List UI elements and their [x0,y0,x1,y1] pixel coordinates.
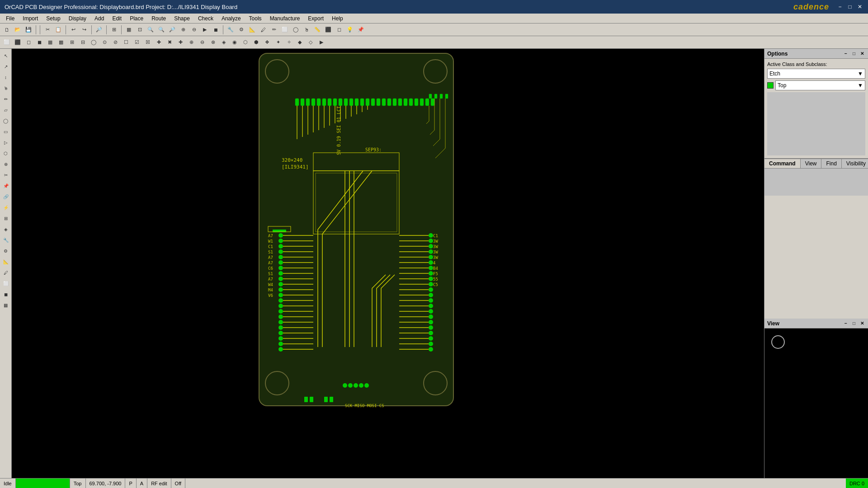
toolbar2-btn-24[interactable]: ❖ [262,38,272,47]
toolbar2-btn-6[interactable]: ⊞ [67,38,77,47]
toolbar1-btn-35[interactable]: ◻ [334,25,344,35]
menu-item-tools[interactable]: Tools [245,14,265,23]
toolbar1-btn-27[interactable]: 📐 [247,25,257,35]
toolbar2-btn-25[interactable]: ✦ [273,38,283,47]
left-toolbar-btn-3[interactable]: 🖱 [1,83,11,93]
left-toolbar-btn-4[interactable]: ✏ [1,94,11,104]
left-toolbar-btn-19[interactable]: 📐 [1,257,11,267]
toolbar1-btn-36[interactable]: 💡 [345,25,355,35]
toolbar2-btn-13[interactable]: ☒ [143,38,153,47]
menu-item-help[interactable]: Help [328,14,347,23]
toolbar2-btn-2[interactable]: ◻ [24,38,33,47]
toolbar1-btn-16[interactable]: ⊡ [135,25,145,35]
toolbar1-btn-32[interactable]: 🖱 [302,25,311,35]
left-toolbar-btn-2[interactable]: ↕ [1,72,11,82]
toolbar2-btn-20[interactable]: ◈ [219,38,229,47]
toolbar2-btn-28[interactable]: ◇ [306,38,316,47]
toolbar1-btn-18[interactable]: 🔍 [156,25,166,35]
left-toolbar-btn-1[interactable]: ↗ [1,61,11,71]
maximize-button[interactable]: □ [846,3,854,10]
toolbar2-btn-17[interactable]: ⊕ [186,38,196,47]
toolbar1-btn-17[interactable]: 🔍 [146,25,156,35]
toolbar2-btn-27[interactable]: ◆ [295,38,305,47]
toolbar2-btn-26[interactable]: ✧ [284,38,294,47]
left-toolbar-btn-22[interactable]: ◼ [1,289,11,299]
menu-item-import[interactable]: Import [19,14,42,23]
options-close-btn[interactable]: ✕ [859,51,865,57]
left-toolbar-btn-21[interactable]: ⬜ [1,278,11,288]
toolbar1-btn-5[interactable]: ✂ [42,25,52,35]
toolbar2-btn-12[interactable]: ☑ [132,38,142,47]
menu-item-check[interactable]: Check [194,14,217,23]
toolbar2-btn-18[interactable]: ⊖ [197,38,207,47]
toolbar1-btn-29[interactable]: ✏ [269,25,279,35]
close-button[interactable]: ✕ [856,3,863,10]
toolbar2-btn-7[interactable]: ⊟ [78,38,88,47]
toolbar1-btn-33[interactable]: 📏 [312,25,322,35]
class-dropdown[interactable]: Etch ▼ [767,69,865,79]
view-maximize-btn[interactable]: □ [851,320,857,327]
toolbar1-btn-15[interactable]: ▦ [124,25,134,35]
menu-item-edit[interactable]: Edit [108,14,125,23]
toolbar2-btn-8[interactable]: ◯ [89,38,99,47]
toolbar2-btn-19[interactable]: ⊗ [208,38,218,47]
tab-find[interactable]: Find [821,159,841,168]
toolbar1-btn-23[interactable]: ⏹ [211,25,221,35]
toolbar2-btn-23[interactable]: ⬢ [251,38,261,47]
view-close-btn[interactable]: ✕ [859,320,865,327]
left-toolbar-btn-18[interactable]: ⚙ [1,246,11,256]
toolbar2-btn-4[interactable]: ▦ [45,38,55,47]
left-toolbar-btn-13[interactable]: 🔗 [1,192,11,202]
tab-view[interactable]: View [801,159,822,168]
toolbar2-btn-15[interactable]: ✖ [165,38,175,47]
toolbar1-btn-9[interactable]: ↪ [79,25,89,35]
toolbar2-btn-22[interactable]: ⬡ [241,38,250,47]
toolbar1-btn-25[interactable]: 🔧 [226,25,236,35]
menu-item-add[interactable]: Add [91,14,108,23]
left-toolbar-btn-7[interactable]: ▭ [1,127,11,136]
toolbar1-btn-28[interactable]: 🖊 [258,25,268,35]
menu-item-file[interactable]: File [2,14,18,23]
options-maximize-btn[interactable]: □ [851,51,857,57]
toolbar2-btn-14[interactable]: ✚ [154,38,164,47]
left-toolbar-btn-8[interactable]: ▷ [1,137,11,147]
left-toolbar-btn-20[interactable]: 🖊 [1,267,11,277]
left-toolbar-btn-6[interactable]: ◯ [1,116,11,126]
left-toolbar-btn-15[interactable]: ⊞ [1,213,11,223]
toolbar1-btn-30[interactable]: ⬜ [280,25,290,35]
toolbar2-btn-10[interactable]: ⊘ [110,38,120,47]
toolbar2-btn-21[interactable]: ◉ [230,38,240,47]
minimize-button[interactable]: − [836,3,844,10]
left-toolbar-btn-10[interactable]: ⊕ [1,159,11,169]
view-minimize-btn[interactable]: − [843,320,849,327]
menu-item-export[interactable]: Export [304,14,327,23]
left-toolbar-btn-12[interactable]: 📌 [1,181,11,191]
menu-item-route[interactable]: Route [148,14,170,23]
menu-item-display[interactable]: Display [65,14,90,23]
toolbar1-btn-11[interactable]: 🔎 [94,25,104,35]
toolbar2-btn-9[interactable]: ⊙ [99,38,109,47]
menu-item-manufacture[interactable]: Manufacture [266,14,304,23]
toolbar2-btn-1[interactable]: ⬛ [13,38,23,47]
toolbar1-btn-2[interactable]: 💾 [24,25,33,35]
left-toolbar-btn-5[interactable]: ▱ [1,105,11,115]
toolbar1-btn-6[interactable]: 📋 [53,25,63,35]
toolbar2-btn-3[interactable]: ◼ [34,38,44,47]
toolbar2-btn-0[interactable]: ⬜ [2,38,12,47]
menu-item-shape[interactable]: Shape [170,14,193,23]
toolbar2-btn-11[interactable]: ☐ [121,38,131,47]
left-toolbar-btn-11[interactable]: ✂ [1,170,11,180]
toolbar2-btn-29[interactable]: ▶ [316,38,326,47]
toolbar1-btn-34[interactable]: ⬛ [323,25,333,35]
left-toolbar-btn-16[interactable]: ◈ [1,224,11,234]
toolbar1-btn-1[interactable]: 📂 [13,25,23,35]
toolbar1-btn-37[interactable]: 📌 [356,25,366,35]
toolbar1-btn-19[interactable]: 🔎 [167,25,177,35]
toolbar1-btn-26[interactable]: ⚙ [236,25,246,35]
tab-command[interactable]: Command [764,159,801,168]
menu-item-analyze[interactable]: Analyze [218,14,245,23]
subclass-dropdown[interactable]: Top ▼ [775,80,865,90]
toolbar1-btn-31[interactable]: ◯ [291,25,301,35]
toolbar1-btn-13[interactable]: ⊞ [109,25,119,35]
toolbar1-btn-22[interactable]: ▶ [200,25,210,35]
